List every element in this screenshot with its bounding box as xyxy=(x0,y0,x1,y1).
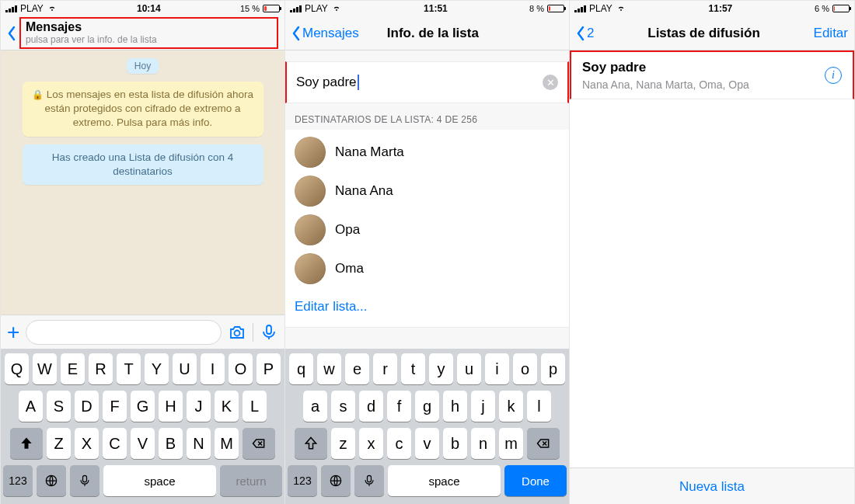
space-key[interactable]: space xyxy=(103,465,216,496)
key-x[interactable]: x xyxy=(359,428,383,459)
key-o[interactable]: O xyxy=(229,353,253,384)
back-button[interactable] xyxy=(7,26,16,41)
key-h[interactable]: h xyxy=(443,391,467,422)
dictation-key[interactable] xyxy=(354,465,384,496)
key-s[interactable]: s xyxy=(331,391,355,422)
backspace-key[interactable] xyxy=(243,428,275,459)
dictation-key[interactable] xyxy=(70,465,99,496)
key-p[interactable]: P xyxy=(256,353,281,384)
key-p[interactable]: p xyxy=(541,353,565,384)
info-icon[interactable]: i xyxy=(825,67,842,84)
shift-key[interactable] xyxy=(295,428,327,459)
key-w[interactable]: w xyxy=(317,353,341,384)
back-button[interactable]: Mensajes xyxy=(291,26,359,41)
space-key[interactable]: space xyxy=(388,465,501,496)
edit-list-button[interactable]: Editar lista... xyxy=(285,291,569,328)
key-g[interactable]: G xyxy=(131,391,155,422)
contact-row[interactable]: Nana Marta xyxy=(285,133,569,172)
carrier-label: PLAY xyxy=(305,3,328,14)
broadcast-list-row[interactable]: Soy padre Nana Ana, Nana Marta, Oma, Opa… xyxy=(570,50,854,99)
key-k[interactable]: k xyxy=(499,391,523,422)
key-b[interactable]: B xyxy=(159,428,183,459)
message-input[interactable] xyxy=(26,320,222,345)
key-o[interactable]: o xyxy=(513,353,537,384)
key-w[interactable]: W xyxy=(33,353,57,384)
key-b[interactable]: b xyxy=(443,428,467,459)
key-q[interactable]: Q xyxy=(5,353,29,384)
avatar xyxy=(295,214,326,245)
key-f[interactable]: F xyxy=(103,391,127,422)
chevron-left-icon xyxy=(576,26,585,41)
back-button[interactable]: 2 xyxy=(576,26,594,41)
key-f[interactable]: f xyxy=(387,391,411,422)
plus-icon[interactable]: + xyxy=(7,322,19,343)
key-v[interactable]: V xyxy=(131,428,155,459)
battery-pct: 6 % xyxy=(815,4,829,13)
numbers-key[interactable]: 123 xyxy=(3,465,33,496)
key-z[interactable]: Z xyxy=(47,428,71,459)
key-i[interactable]: I xyxy=(201,353,225,384)
key-u[interactable]: U xyxy=(173,353,197,384)
key-d[interactable]: d xyxy=(359,391,383,422)
key-h[interactable]: H xyxy=(159,391,183,422)
key-a[interactable]: a xyxy=(303,391,327,422)
key-t[interactable]: T xyxy=(117,353,141,384)
contact-row[interactable]: Nana Ana xyxy=(285,172,569,210)
edit-button[interactable]: Editar xyxy=(814,26,848,41)
keyboard-row-bottom: 123 space return xyxy=(3,465,282,496)
shift-key[interactable] xyxy=(10,428,43,459)
key-c[interactable]: c xyxy=(387,428,411,459)
clear-icon[interactable]: ✕ xyxy=(543,75,558,90)
key-l[interactable]: l xyxy=(527,391,551,422)
keyboard-row-2: ASDFGHJKL xyxy=(3,391,282,422)
contact-row[interactable]: Oma xyxy=(285,249,569,288)
list-name-field[interactable]: Soy padre ✕ xyxy=(285,61,569,103)
key-n[interactable]: N xyxy=(187,428,211,459)
return-key[interactable]: return xyxy=(220,465,282,496)
key-y[interactable]: y xyxy=(429,353,453,384)
contact-name: Opa xyxy=(335,222,360,238)
contact-name: Oma xyxy=(335,261,364,276)
camera-icon[interactable] xyxy=(228,323,246,342)
key-u[interactable]: u xyxy=(457,353,481,384)
key-r[interactable]: R xyxy=(89,353,113,384)
key-g[interactable]: g xyxy=(415,391,439,422)
key-k[interactable]: K xyxy=(215,391,239,422)
globe-key[interactable] xyxy=(37,465,66,496)
key-z[interactable]: z xyxy=(331,428,355,459)
signal-icon xyxy=(290,5,302,12)
done-key[interactable]: Done xyxy=(504,465,567,496)
key-j[interactable]: j xyxy=(471,391,495,422)
key-d[interactable]: D xyxy=(75,391,99,422)
key-t[interactable]: t xyxy=(401,353,425,384)
key-j[interactable]: J xyxy=(187,391,211,422)
avatar xyxy=(295,176,326,207)
page-title: Info. de la lista xyxy=(387,26,479,40)
key-m[interactable]: M xyxy=(215,428,239,459)
chat-title-area[interactable]: Mensajes pulsa para ver la info. de la l… xyxy=(19,17,278,48)
broadcast-list-recipients: Nana Ana, Nana Marta, Oma, Opa xyxy=(582,78,817,91)
key-a[interactable]: A xyxy=(19,391,43,422)
key-q[interactable]: q xyxy=(289,353,313,384)
key-m[interactable]: m xyxy=(499,428,523,459)
key-y[interactable]: Y xyxy=(145,353,169,384)
key-v[interactable]: v xyxy=(415,428,439,459)
microphone-icon[interactable] xyxy=(260,323,278,342)
numbers-key[interactable]: 123 xyxy=(288,465,317,496)
key-e[interactable]: E xyxy=(61,353,85,384)
key-r[interactable]: r xyxy=(373,353,397,384)
svg-point-0 xyxy=(235,330,240,335)
key-e[interactable]: e xyxy=(345,353,369,384)
globe-key[interactable] xyxy=(321,465,351,496)
key-n[interactable]: n xyxy=(471,428,495,459)
battery-icon xyxy=(263,5,280,12)
key-s[interactable]: S xyxy=(47,391,71,422)
new-list-button[interactable]: Nueva lista xyxy=(679,479,745,495)
encryption-notice[interactable]: 🔒 Los mensajes en esta lista de difusión… xyxy=(23,82,263,137)
contact-row[interactable]: Opa xyxy=(285,210,569,249)
key-c[interactable]: C xyxy=(103,428,127,459)
backspace-key[interactable] xyxy=(527,428,560,459)
key-x[interactable]: X xyxy=(75,428,99,459)
key-i[interactable]: i xyxy=(485,353,509,384)
key-l[interactable]: L xyxy=(243,391,267,422)
